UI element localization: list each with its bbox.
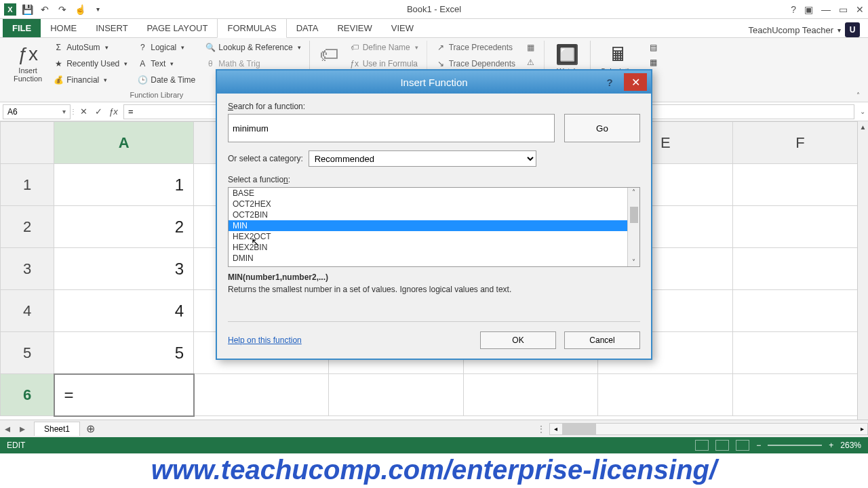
recently-used-button[interactable]: ★Recently Used▾	[50, 57, 130, 70]
horizontal-scrollbar[interactable]: ◂ ▸	[549, 423, 868, 435]
scroll-left-icon[interactable]: ◂	[550, 425, 561, 432]
autosum-button[interactable]: ΣAutoSum▾	[50, 41, 130, 54]
name-box[interactable]: A6▾	[3, 104, 71, 119]
use-in-formula-button[interactable]: ƒxUse in Formula	[347, 57, 421, 70]
calc-sheet-button[interactable]: ▦	[646, 56, 662, 69]
scrollbar-thumb[interactable]	[630, 207, 638, 223]
tab-home[interactable]: HOME	[41, 19, 86, 37]
scroll-down-icon[interactable]: ˅	[631, 258, 636, 266]
list-item-selected[interactable]: MIN	[229, 220, 639, 231]
touch-mode-icon[interactable]: ☝	[75, 4, 85, 15]
sheet-tab[interactable]: Sheet1	[34, 422, 80, 436]
maximize-icon[interactable]: ▭	[839, 4, 848, 15]
ribbon-tabs: FILE HOME INSERT PAGE LAYOUT FORMULAS DA…	[0, 19, 868, 38]
name-manager-button[interactable]: 🏷	[315, 41, 342, 68]
financial-button[interactable]: 💰Financial▾	[50, 73, 130, 87]
show-formulas-button[interactable]: ▦	[522, 41, 538, 54]
vertical-scrollbar[interactable]: ▲	[857, 121, 868, 420]
column-header-F[interactable]: F	[733, 122, 868, 164]
sheet-prev-button[interactable]: ◂	[0, 422, 15, 436]
lookup-button[interactable]: 🔍Lookup & Reference▾	[202, 41, 303, 54]
redo-icon[interactable]: ↷	[57, 4, 68, 15]
cell-A5[interactable]: 5	[54, 332, 194, 374]
qat-dropdown-icon[interactable]: ▾	[92, 4, 103, 15]
chevron-down-icon[interactable]: ▾	[62, 108, 66, 115]
new-sheet-button[interactable]: ⊕	[83, 422, 98, 436]
view-layout-button[interactable]	[715, 440, 729, 451]
define-name-button[interactable]: 🏷Define Name▾	[347, 41, 421, 54]
math-trig-button[interactable]: θMath & Trig	[202, 57, 303, 70]
help-on-function-link[interactable]: Help on this function	[228, 336, 302, 345]
fx-button[interactable]: ƒx	[106, 104, 121, 119]
search-input[interactable]	[228, 114, 555, 142]
list-item[interactable]: HEX2BIN	[229, 242, 639, 253]
row-header[interactable]: 5	[1, 332, 54, 374]
trace-dependents-button[interactable]: ↘Trace Dependents	[433, 57, 518, 70]
tab-data[interactable]: DATA	[287, 19, 328, 37]
cancel-button[interactable]: Cancel	[564, 331, 640, 349]
collapse-ribbon-icon[interactable]: ˄	[852, 41, 864, 102]
close-icon[interactable]: ✕	[856, 4, 864, 15]
row-header[interactable]: 3	[1, 248, 54, 290]
lookup-icon: 🔍	[205, 42, 216, 53]
ribbon-display-icon[interactable]: ▣	[804, 4, 813, 15]
trace-precedents-button[interactable]: ↗Trace Precedents	[433, 41, 518, 54]
list-item[interactable]: OCT2BIN	[229, 209, 639, 220]
sheet-next-button[interactable]: ▸	[15, 422, 30, 436]
ok-button[interactable]: OK	[480, 331, 556, 349]
tab-file[interactable]: FILE	[3, 19, 41, 37]
list-item[interactable]: DMIN	[229, 253, 639, 264]
cell-A6-active[interactable]: =	[54, 374, 194, 416]
tab-formulas[interactable]: FORMULAS	[217, 18, 286, 38]
text-button[interactable]: AText▾	[134, 57, 198, 70]
expand-formula-bar-icon[interactable]: ⌄	[857, 108, 868, 115]
scroll-up-icon[interactable]: ˄	[631, 188, 636, 197]
tab-view[interactable]: VIEW	[382, 19, 423, 37]
date-time-button[interactable]: 🕒Date & Time	[134, 73, 198, 87]
zoom-out-button[interactable]: −	[756, 441, 761, 450]
tab-insert[interactable]: INSERT	[86, 19, 137, 37]
go-button[interactable]: Go	[564, 114, 640, 142]
theta-icon: θ	[205, 58, 216, 69]
tab-page-layout[interactable]: PAGE LAYOUT	[138, 19, 218, 37]
list-item[interactable]: BASE	[229, 188, 639, 199]
dialog-help-button[interactable]: ?	[599, 73, 620, 92]
cell-A4[interactable]: 4	[54, 290, 194, 332]
enter-formula-button[interactable]: ✓	[91, 104, 106, 119]
view-break-button[interactable]	[736, 440, 749, 451]
error-check-button[interactable]: ⚠	[522, 56, 538, 69]
undo-icon[interactable]: ↶	[39, 4, 50, 15]
row-header[interactable]: 6	[1, 374, 54, 416]
dialog-title-bar[interactable]: Insert Function ? ✕	[217, 70, 651, 94]
category-select[interactable]: Recommended	[309, 150, 536, 167]
view-normal-button[interactable]	[695, 440, 709, 451]
row-header[interactable]: 4	[1, 290, 54, 332]
scroll-up-icon[interactable]: ▲	[858, 121, 868, 132]
select-all-corner[interactable]	[1, 122, 54, 164]
zoom-level[interactable]: 263%	[840, 441, 861, 450]
insert-function-button[interactable]: ƒx Insert Function	[9, 41, 46, 85]
cell-A3[interactable]: 3	[54, 248, 194, 290]
calc-now-button[interactable]: ▤	[646, 41, 662, 54]
dialog-close-button[interactable]: ✕	[624, 73, 647, 91]
list-item[interactable]: OCT2HEX	[229, 199, 639, 209]
scrollbar-thumb[interactable]	[562, 424, 596, 434]
row-header[interactable]: 2	[1, 206, 54, 248]
row-header[interactable]: 1	[1, 164, 54, 206]
save-icon[interactable]: 💾	[22, 4, 33, 15]
minimize-icon[interactable]: —	[821, 4, 831, 15]
logical-button[interactable]: ?Logical▾	[134, 41, 198, 54]
cell-A1[interactable]: 1	[54, 164, 194, 206]
tab-review[interactable]: REVIEW	[328, 19, 381, 37]
column-header-A[interactable]: A	[54, 122, 194, 164]
help-icon[interactable]: ?	[791, 4, 796, 15]
cell-A2[interactable]: 2	[54, 206, 194, 248]
list-scrollbar[interactable]: ˄ ˅	[627, 188, 639, 266]
scroll-right-icon[interactable]: ▸	[856, 425, 867, 432]
function-list[interactable]: BASE OCT2HEX OCT2BIN MIN HEX2OCT HEX2BIN…	[228, 187, 640, 267]
zoom-slider[interactable]	[768, 445, 822, 446]
list-item[interactable]: HEX2OCT	[229, 231, 639, 242]
account-name[interactable]: TeachUcomp Teacher▾ U	[749, 22, 866, 37]
zoom-in-button[interactable]: +	[829, 441, 833, 450]
cancel-formula-button[interactable]: ✕	[76, 104, 91, 119]
